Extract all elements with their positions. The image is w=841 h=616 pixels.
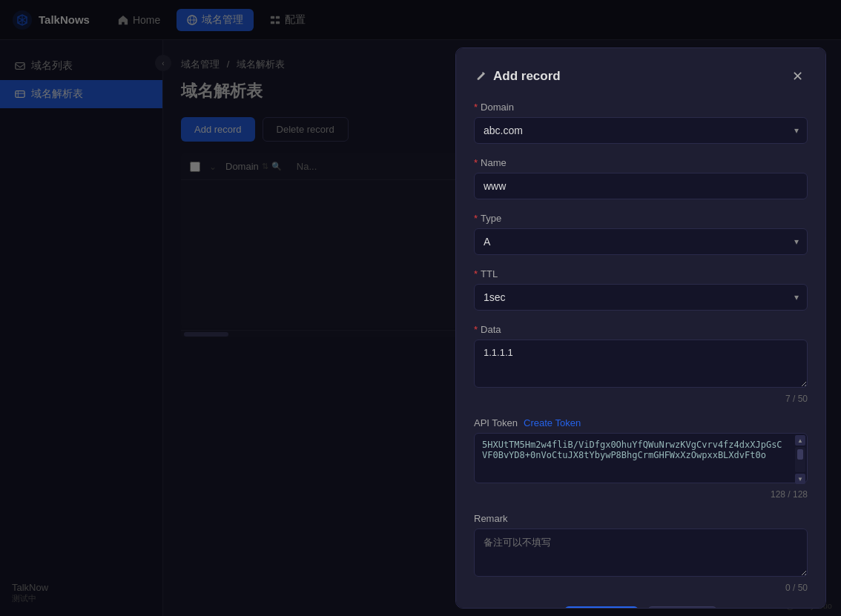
domain-field-label: * Domain — [474, 102, 808, 113]
data-char-count: 7 / 50 — [474, 394, 808, 404]
name-input[interactable] — [474, 173, 808, 199]
type-select-wrapper: A ▾ — [474, 228, 808, 255]
close-modal-button[interactable]: Close — [647, 606, 717, 609]
api-scrollbar-track — [795, 447, 805, 472]
api-token-textarea[interactable]: 5HXUtTM5Hm2w4fliB/ViDfgx0OhuYfQWuNrwzKVg… — [474, 433, 808, 483]
modal-title: Add record — [474, 69, 561, 84]
domain-field-group: * Domain abc.com ▾ — [474, 102, 808, 144]
ttl-select[interactable]: 1sec — [474, 284, 808, 311]
data-textarea[interactable]: 1.1.1.1 — [474, 340, 808, 388]
modal-footer: Submit Close — [474, 606, 808, 609]
name-label-text: Name — [481, 157, 507, 168]
name-field-group: * Name — [474, 157, 808, 199]
ttl-required-star: * — [474, 268, 478, 279]
remark-textarea[interactable] — [474, 529, 808, 577]
remark-field-group: Remark 0 / 50 — [474, 513, 808, 593]
api-token-row-label: API Token — [474, 417, 518, 428]
domain-select[interactable]: abc.com — [474, 117, 808, 144]
api-token-scrollbar: ▲ ▼ — [795, 435, 805, 484]
data-field-label: * Data — [474, 324, 808, 335]
api-token-field-group: API Token Create Token 5HXUtTM5Hm2w4fliB… — [474, 417, 808, 500]
api-scrollbar-up-btn[interactable]: ▲ — [795, 435, 805, 446]
submit-button[interactable]: Submit — [564, 606, 639, 609]
name-field-label: * Name — [474, 157, 808, 168]
type-required-star: * — [474, 213, 478, 224]
remark-char-count: 0 / 50 — [474, 583, 808, 593]
type-select[interactable]: A — [474, 228, 808, 255]
type-field-group: * Type A ▾ — [474, 213, 808, 255]
api-token-textarea-wrapper: 5HXUtTM5Hm2w4fliB/ViDfgx0OhuYfQWuNrwzKVg… — [474, 433, 808, 486]
add-record-modal: Add record ✕ * Domain abc.com ▾ * Name — [455, 47, 826, 609]
ttl-select-wrapper: 1sec ▾ — [474, 284, 808, 311]
modal-overlay: Add record ✕ * Domain abc.com ▾ * Name — [0, 0, 841, 616]
api-scrollbar-down-btn[interactable]: ▼ — [795, 474, 805, 484]
data-field-group: * Data 1.1.1.1 7 / 50 — [474, 324, 808, 404]
modal-title-text: Add record — [493, 69, 561, 84]
domain-label-text: Domain — [481, 102, 514, 113]
modal-close-button[interactable]: ✕ — [787, 66, 808, 87]
domain-select-wrapper: abc.com ▾ — [474, 117, 808, 144]
ttl-field-label: * TTL — [474, 268, 808, 279]
ttl-field-group: * TTL 1sec ▾ — [474, 268, 808, 311]
api-token-char-count: 128 / 128 — [474, 489, 808, 500]
api-token-row: API Token Create Token — [474, 417, 808, 428]
ttl-label-text: TTL — [481, 268, 498, 279]
type-label-text: Type — [481, 213, 501, 224]
create-token-link[interactable]: Create Token — [524, 417, 581, 428]
name-required-star: * — [474, 157, 478, 168]
remark-field-label: Remark — [474, 513, 808, 524]
type-field-label: * Type — [474, 213, 808, 224]
api-scrollbar-thumb — [797, 449, 803, 460]
data-label-text: Data — [481, 324, 501, 335]
domain-required-star: * — [474, 102, 478, 113]
remark-label-text: Remark — [474, 513, 508, 524]
data-required-star: * — [474, 324, 478, 335]
edit-icon — [474, 70, 487, 83]
modal-header: Add record ✕ — [474, 66, 808, 87]
